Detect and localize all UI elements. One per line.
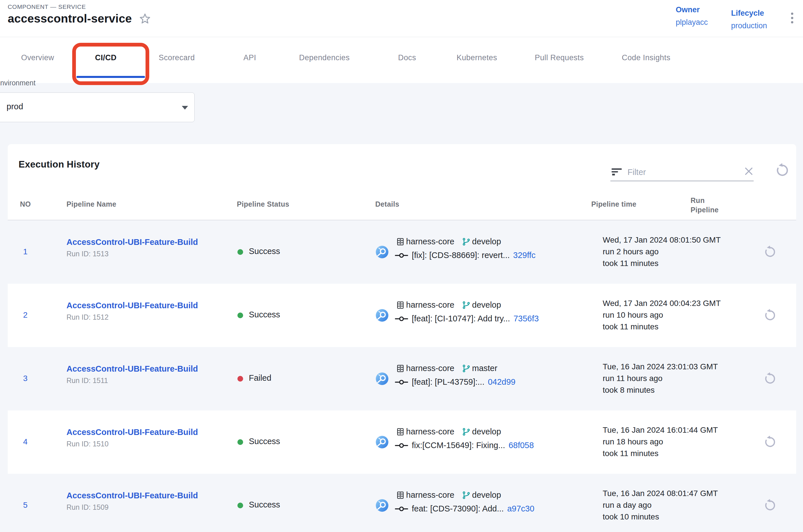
commit-message: [fix]: [CDS-88669]: revert... — [412, 251, 510, 260]
owner-link[interactable]: plplayacc — [676, 16, 708, 28]
pipeline-name-link[interactable]: AccessControl-UBI-Feature-Build — [66, 301, 198, 310]
table-row: 1 AccessControl-UBI-Feature-Build Run ID… — [8, 220, 796, 284]
pipeline-name-link[interactable]: AccessControl-UBI-Feature-Build — [66, 491, 198, 500]
breadcrumb: COMPONENT — SERVICE — [8, 3, 86, 10]
favorite-star-icon[interactable] — [139, 13, 151, 25]
run-pipeline-icon[interactable] — [763, 308, 777, 322]
branch-name: develop — [472, 237, 501, 246]
status-label: Success — [249, 437, 280, 446]
duration: took 11 minutes — [603, 321, 721, 332]
git-commit-icon — [395, 442, 408, 449]
repo-name: harness-core — [406, 237, 454, 246]
pipeline-time: Wed, 17 Jan 2024 08:01:50 GMT run 2 hour… — [603, 234, 721, 269]
pipeline-time: Tue, 16 Jan 2024 16:01:44 GMT run 18 hou… — [603, 424, 718, 459]
owner-label: Owner — [676, 3, 708, 16]
harness-ci-icon[interactable] — [375, 245, 389, 259]
execution-history-card: Execution History NO Pipeline Name Pipel… — [8, 144, 796, 532]
run-id: Run ID: 1510 — [66, 440, 198, 448]
commit-message: [feat]: [PL-43759]:... — [412, 377, 484, 387]
harness-ci-icon[interactable] — [375, 499, 389, 512]
filter-icon — [611, 166, 623, 178]
git-commit-icon — [395, 379, 408, 385]
run-pipeline-icon[interactable] — [763, 435, 777, 449]
tab-overview[interactable]: Overview — [21, 53, 54, 62]
harness-ci-icon[interactable] — [375, 435, 389, 449]
run-pipeline-icon[interactable] — [763, 498, 777, 512]
run-pipeline-icon[interactable] — [763, 372, 777, 385]
environment-label: Environment — [0, 79, 35, 87]
duration: took 10 minutes — [603, 511, 718, 522]
row-number: 1 — [23, 247, 28, 256]
git-branch-icon — [462, 427, 471, 436]
harness-ci-icon[interactable] — [375, 372, 389, 385]
status-label: Success — [249, 310, 280, 319]
git-branch-icon — [462, 301, 471, 310]
environment-select[interactable]: prod — [0, 93, 195, 122]
page-title: accesscontrol-service — [8, 12, 132, 25]
duration: took 11 minutes — [603, 448, 718, 459]
duration: took 11 minutes — [603, 258, 721, 269]
run-id: Run ID: 1512 — [66, 313, 198, 321]
pipeline-timestamp: Tue, 16 Jan 2024 08:01:47 GMT — [603, 488, 718, 499]
environment-value: prod — [6, 102, 23, 111]
repository-icon — [396, 427, 405, 436]
tab-pull-requests[interactable]: Pull Requests — [535, 53, 584, 62]
pipeline-time: Tue, 16 Jan 2024 23:01:03 GMT run 11 hou… — [603, 361, 718, 396]
harness-ci-icon[interactable] — [375, 308, 389, 322]
commit-hash-link[interactable]: 7356f3 — [513, 314, 539, 323]
tab-api[interactable]: API — [244, 53, 256, 62]
tab-code-insights[interactable]: Code Insights — [622, 53, 670, 62]
filter-input[interactable] — [627, 165, 737, 179]
pipeline-timestamp: Tue, 16 Jan 2024 16:01:44 GMT — [603, 424, 718, 436]
commit-hash-link[interactable]: a97c30 — [507, 504, 534, 513]
branch-name: master — [472, 364, 497, 373]
run-id: Run ID: 1509 — [66, 503, 198, 511]
pipeline-timestamp: Wed, 17 Jan 2024 00:04:23 GMT — [603, 298, 721, 309]
col-header-no: NO — [20, 200, 31, 208]
lifecycle-link[interactable]: production — [731, 19, 767, 32]
git-commit-icon — [395, 506, 408, 512]
run-ago: run 11 hours ago — [603, 373, 718, 384]
run-ago: run a day ago — [603, 499, 718, 511]
git-commit-icon — [395, 252, 408, 259]
pipeline-name-link[interactable]: AccessControl-UBI-Feature-Build — [66, 238, 198, 247]
run-id: Run ID: 1513 — [66, 250, 198, 258]
pipeline-name-link[interactable]: AccessControl-UBI-Feature-Build — [66, 428, 198, 437]
table-row: 5 AccessControl-UBI-Feature-Build Run ID… — [8, 474, 796, 532]
duration: took 8 minutes — [603, 384, 718, 396]
status-dot — [237, 376, 243, 382]
commit-message: [feat]: [CI-10747]: Add try... — [412, 314, 510, 323]
repository-icon — [396, 301, 405, 310]
commit-hash-link[interactable]: 329ffc — [513, 251, 535, 260]
run-id: Run ID: 1511 — [66, 377, 198, 385]
tab-docs[interactable]: Docs — [398, 53, 416, 62]
tab-scorecard[interactable]: Scorecard — [159, 53, 195, 62]
status-dot — [237, 312, 243, 318]
row-number: 5 — [23, 500, 28, 510]
col-header-time: Pipeline time — [591, 200, 636, 208]
pipeline-time: Wed, 17 Jan 2024 00:04:23 GMT run 10 hou… — [603, 298, 721, 332]
repository-icon — [396, 491, 405, 500]
run-ago: run 10 hours ago — [603, 309, 721, 321]
status-label: Failed — [249, 373, 271, 383]
refresh-icon[interactable] — [775, 163, 790, 178]
status-dot — [237, 439, 243, 445]
commit-hash-link[interactable]: 042d99 — [488, 377, 516, 387]
more-options-kebab-icon[interactable] — [790, 12, 795, 24]
branch-name: develop — [472, 300, 501, 310]
commit-hash-link[interactable]: 68f058 — [509, 441, 534, 450]
pipeline-name-link[interactable]: AccessControl-UBI-Feature-Build — [66, 364, 198, 374]
tab-dependencies[interactable]: Dependencies — [299, 53, 349, 62]
tab-cicd[interactable]: CI/CD — [95, 53, 117, 62]
tab-bar: Overview CI/CD Scorecard API Dependencie… — [0, 37, 803, 83]
col-header-status: Pipeline Status — [237, 200, 289, 208]
status-label: Success — [249, 247, 280, 256]
git-commit-icon — [395, 316, 408, 322]
branch-name: develop — [472, 490, 501, 500]
row-number: 3 — [23, 374, 28, 383]
tab-kubernetes[interactable]: Kubernetes — [457, 53, 497, 62]
run-pipeline-icon[interactable] — [763, 245, 777, 259]
repo-name: harness-core — [406, 427, 454, 436]
clear-filter-icon[interactable] — [743, 166, 754, 177]
card-title: Execution History — [19, 159, 100, 170]
